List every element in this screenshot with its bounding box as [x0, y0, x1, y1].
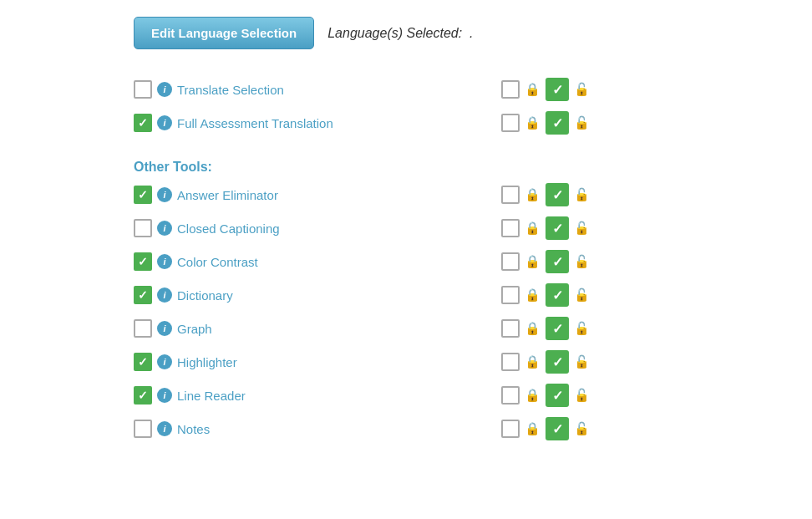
lock-icon-notes: 🔒 — [525, 421, 540, 436]
tool-label-color_contrast[interactable]: Color Contrast — [177, 255, 258, 269]
controls-closed_captioning: 🔒✓🔓 — [501, 216, 590, 240]
tool-label-full_assessment_translation[interactable]: Full Assessment Translation — [177, 116, 333, 130]
green-check-full_assessment_translation[interactable]: ✓ — [546, 111, 569, 135]
info-icon-full_assessment_translation[interactable]: i — [157, 115, 172, 130]
green-check-notes[interactable]: ✓ — [546, 417, 569, 440]
info-icon-graph[interactable]: i — [157, 321, 172, 336]
small-checkbox-notes[interactable] — [501, 420, 520, 438]
lock-icon-highlighter: 🔒 — [525, 354, 540, 369]
unlock-icon-line_reader: 🔓 — [574, 388, 590, 403]
tool-row-color_contrast: iColor Contrast🔒✓🔓 — [17, 245, 795, 278]
edit-language-button[interactable]: Edit Language Selection — [134, 17, 314, 49]
tool-name-area-line_reader: iLine Reader — [134, 386, 485, 405]
tool-name-area-highlighter: iHighlighter — [134, 353, 485, 371]
small-checkbox-closed_captioning[interactable] — [501, 219, 520, 237]
unlock-icon-answer_eliminator: 🔓 — [574, 187, 590, 202]
checkbox-color_contrast[interactable] — [134, 252, 152, 271]
tool-label-closed_captioning[interactable]: Closed Captioning — [177, 221, 280, 236]
top-tools-section: iTranslate Selection🔒✓🔓iFull Assessment … — [17, 73, 795, 140]
lock-icon-color_contrast: 🔒 — [525, 254, 540, 269]
info-icon-answer_eliminator[interactable]: i — [157, 187, 172, 202]
controls-highlighter: 🔒✓🔓 — [501, 350, 590, 374]
controls-translate_selection: 🔒✓🔓 — [501, 78, 590, 101]
checkbox-highlighter[interactable] — [134, 353, 152, 371]
tool-row-graph: iGraph🔒✓🔓 — [17, 312, 795, 345]
unlock-icon-notes: 🔓 — [574, 421, 590, 436]
green-check-highlighter[interactable]: ✓ — [546, 350, 569, 374]
checkbox-closed_captioning[interactable] — [134, 219, 152, 237]
controls-notes: 🔒✓🔓 — [501, 417, 590, 440]
info-icon-closed_captioning[interactable]: i — [157, 221, 172, 236]
small-checkbox-full_assessment_translation[interactable] — [501, 114, 520, 132]
tool-row-highlighter: iHighlighter🔒✓🔓 — [17, 345, 795, 379]
small-checkbox-highlighter[interactable] — [501, 353, 520, 371]
info-icon-dictionary[interactable]: i — [157, 287, 172, 303]
checkbox-translate_selection[interactable] — [134, 80, 152, 99]
tool-name-area-closed_captioning: iClosed Captioning — [134, 219, 485, 237]
lock-icon-closed_captioning: 🔒 — [525, 221, 540, 236]
green-check-line_reader[interactable]: ✓ — [546, 384, 569, 407]
controls-answer_eliminator: 🔒✓🔓 — [501, 183, 590, 206]
tool-label-translate_selection[interactable]: Translate Selection — [177, 83, 284, 97]
green-check-closed_captioning[interactable]: ✓ — [546, 216, 569, 240]
small-checkbox-graph[interactable] — [501, 319, 520, 338]
tool-label-dictionary[interactable]: Dictionary — [177, 288, 233, 303]
green-check-dictionary[interactable]: ✓ — [546, 283, 569, 307]
unlock-icon-full_assessment_translation: 🔓 — [574, 115, 590, 130]
green-check-answer_eliminator[interactable]: ✓ — [546, 183, 569, 206]
tool-label-graph[interactable]: Graph — [177, 322, 212, 336]
unlock-icon-dictionary: 🔓 — [574, 287, 590, 303]
tool-label-notes[interactable]: Notes — [177, 422, 210, 436]
info-icon-translate_selection[interactable]: i — [157, 82, 172, 97]
checkbox-answer_eliminator[interactable] — [134, 186, 152, 204]
lock-icon-full_assessment_translation: 🔒 — [525, 115, 540, 130]
tool-name-area-answer_eliminator: iAnswer Eliminator — [134, 186, 485, 204]
tool-row-closed_captioning: iClosed Captioning🔒✓🔓 — [17, 211, 795, 245]
tool-row-translate_selection: iTranslate Selection🔒✓🔓 — [17, 73, 795, 106]
unlock-icon-translate_selection: 🔓 — [574, 82, 590, 97]
tool-name-area-dictionary: iDictionary — [134, 286, 485, 304]
small-checkbox-answer_eliminator[interactable] — [501, 186, 520, 204]
tool-row-notes: iNotes🔒✓🔓 — [17, 412, 795, 445]
tool-row-line_reader: iLine Reader🔒✓🔓 — [17, 379, 795, 412]
tool-row-answer_eliminator: iAnswer Eliminator🔒✓🔓 — [17, 178, 795, 211]
green-check-color_contrast[interactable]: ✓ — [546, 250, 569, 273]
small-checkbox-dictionary[interactable] — [501, 286, 520, 304]
lock-icon-translate_selection: 🔒 — [525, 82, 540, 97]
controls-dictionary: 🔒✓🔓 — [501, 283, 590, 307]
controls-graph: 🔒✓🔓 — [501, 317, 590, 340]
tool-label-line_reader[interactable]: Line Reader — [177, 389, 246, 403]
small-checkbox-translate_selection[interactable] — [501, 80, 520, 99]
tool-label-highlighter[interactable]: Highlighter — [177, 355, 237, 369]
checkbox-dictionary[interactable] — [134, 286, 152, 304]
controls-full_assessment_translation: 🔒✓🔓 — [501, 111, 590, 135]
tool-name-area-notes: iNotes — [134, 420, 485, 438]
lock-icon-line_reader: 🔒 — [525, 388, 540, 403]
lock-icon-answer_eliminator: 🔒 — [525, 187, 540, 202]
checkbox-graph[interactable] — [134, 319, 152, 338]
controls-color_contrast: 🔒✓🔓 — [501, 250, 590, 273]
lang-selected-label: Language(s) Selected: . — [327, 26, 473, 41]
green-check-graph[interactable]: ✓ — [546, 317, 569, 340]
info-icon-notes[interactable]: i — [157, 421, 172, 436]
info-icon-line_reader[interactable]: i — [157, 388, 172, 403]
controls-line_reader: 🔒✓🔓 — [501, 384, 590, 407]
info-icon-color_contrast[interactable]: i — [157, 254, 172, 269]
unlock-icon-graph: 🔓 — [574, 321, 590, 336]
small-checkbox-line_reader[interactable] — [501, 386, 520, 405]
tool-row-dictionary: iDictionary🔒✓🔓 — [17, 278, 795, 312]
checkbox-notes[interactable] — [134, 420, 152, 438]
unlock-icon-highlighter: 🔓 — [574, 354, 590, 369]
lock-icon-graph: 🔒 — [525, 321, 540, 336]
tool-row-full_assessment_translation: iFull Assessment Translation🔒✓🔓 — [17, 106, 795, 140]
green-check-translate_selection[interactable]: ✓ — [546, 78, 569, 101]
lock-icon-dictionary: 🔒 — [525, 287, 540, 303]
small-checkbox-color_contrast[interactable] — [501, 252, 520, 271]
tool-name-area-color_contrast: iColor Contrast — [134, 252, 485, 271]
tool-label-answer_eliminator[interactable]: Answer Eliminator — [177, 188, 278, 202]
tool-name-area-graph: iGraph — [134, 319, 485, 338]
checkbox-line_reader[interactable] — [134, 386, 152, 405]
info-icon-highlighter[interactable]: i — [157, 354, 172, 369]
checkbox-full_assessment_translation[interactable] — [134, 114, 152, 132]
other-tools-label: Other Tools: — [17, 150, 795, 178]
